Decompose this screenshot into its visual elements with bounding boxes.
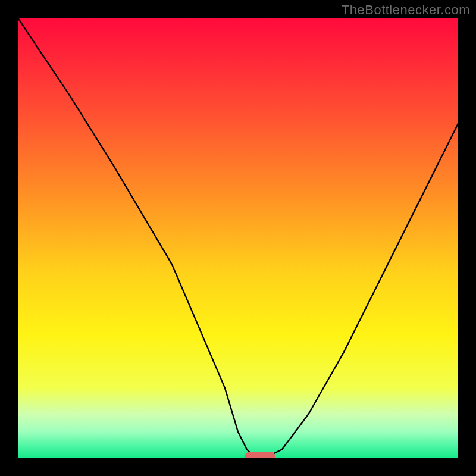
- optimal-marker: [245, 452, 275, 458]
- plot-area: [18, 18, 458, 458]
- chart-frame: TheBottlenecker.com: [0, 0, 476, 476]
- bottleneck-curve: [18, 18, 458, 458]
- watermark-text: TheBottlenecker.com: [342, 2, 470, 18]
